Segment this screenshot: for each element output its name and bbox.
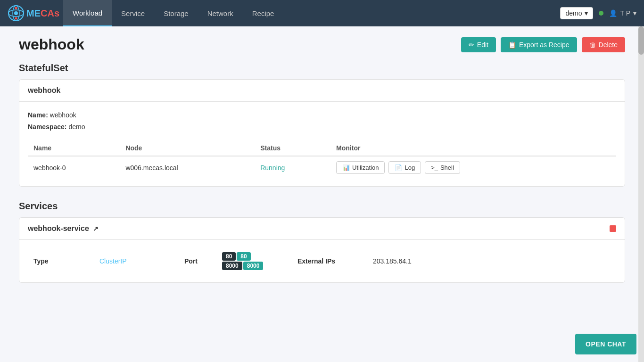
user-icon: 👤 bbox=[609, 9, 617, 17]
page-title-row: webhook ✏ Edit 📋 Export as Recipe 🗑 Dele… bbox=[19, 36, 625, 53]
nav-storage[interactable]: Storage bbox=[154, 0, 198, 26]
status-badge: Running bbox=[260, 164, 285, 172]
brand-logo-area: MECAs bbox=[8, 5, 59, 22]
port-badge-80-left: 80 bbox=[222, 252, 236, 261]
log-icon: 📄 bbox=[395, 164, 402, 171]
nav-workload[interactable]: Workload bbox=[63, 0, 112, 26]
delete-icon: 🗑 bbox=[589, 41, 596, 49]
namespace-value: demo bbox=[565, 9, 582, 17]
service-row: Type ClusterIP Port 80 80 8000 bbox=[28, 247, 616, 275]
title-actions: ✏ Edit 📋 Export as Recipe 🗑 Delete bbox=[461, 37, 625, 52]
services-heading: Services bbox=[19, 201, 625, 212]
scrollbar-track[interactable] bbox=[638, 26, 644, 306]
statefulset-heading: StatefulSet bbox=[19, 63, 625, 74]
pod-name: webhook-0 bbox=[28, 156, 120, 179]
port-badges-container: 80 80 bbox=[222, 252, 286, 261]
statefulset-card-header: webhook bbox=[19, 80, 625, 102]
external-ips-value: 203.185.64.1 bbox=[367, 247, 616, 275]
port-label: Port bbox=[179, 247, 216, 275]
meta-namespace-label: Namespace: bbox=[28, 123, 67, 131]
nav-items: Workload Service Storage Network Recipe bbox=[63, 0, 560, 26]
edit-button[interactable]: ✏ Edit bbox=[461, 37, 496, 52]
table-row: webhook-0 w006.mecas.local Running 📊 Uti… bbox=[28, 156, 616, 179]
services-card-header: webhook-service ↗ bbox=[19, 218, 625, 240]
port-badge-8000-right: 8000 bbox=[243, 262, 264, 270]
page-title: webhook bbox=[19, 36, 84, 53]
namespace-selector[interactable]: demo ▾ bbox=[560, 7, 593, 19]
delete-button[interactable]: 🗑 Delete bbox=[582, 37, 625, 52]
utilization-icon: 📊 bbox=[342, 164, 350, 171]
port-values: 80 80 8000 8000 bbox=[216, 247, 292, 275]
statefulset-card-body: Name: webhook Namespace: demo Name Node … bbox=[19, 102, 625, 186]
type-value: ClusterIP bbox=[94, 247, 179, 275]
statefulset-table: Name Node Status Monitor webhook-0 w006.… bbox=[28, 140, 616, 179]
meta-namespace-row: Namespace: demo bbox=[28, 121, 616, 133]
utilization-button[interactable]: 📊 Utilization bbox=[336, 161, 385, 174]
export-icon: 📋 bbox=[508, 41, 516, 49]
col-status: Status bbox=[255, 140, 330, 156]
col-node: Node bbox=[120, 140, 255, 156]
pod-status: Running bbox=[255, 156, 330, 179]
pod-node: w006.mecas.local bbox=[120, 156, 255, 179]
shell-button[interactable]: >_ Shell bbox=[425, 161, 460, 174]
user-name: T P bbox=[620, 9, 630, 17]
chevron-down-icon: ▾ bbox=[585, 9, 588, 17]
meta-namespace-value: demo bbox=[68, 123, 85, 131]
main-content: webhook ✏ Edit 📋 Export as Recipe 🗑 Dele… bbox=[0, 26, 644, 306]
nav-service[interactable]: Service bbox=[112, 0, 154, 26]
log-button[interactable]: 📄 Log bbox=[388, 161, 421, 174]
statefulset-card-title: webhook bbox=[28, 86, 60, 95]
port-badge-8000-left: 8000 bbox=[222, 262, 242, 270]
services-table: Type ClusterIP Port 80 80 8000 bbox=[28, 247, 616, 275]
port-badge-80-right: 80 bbox=[237, 252, 250, 261]
external-ips-label: External IPs bbox=[292, 247, 367, 275]
table-header-row: Name Node Status Monitor bbox=[28, 140, 616, 156]
type-label: Type bbox=[28, 247, 94, 275]
svg-point-4 bbox=[15, 7, 17, 9]
meta-name-row: Name: webhook bbox=[28, 109, 616, 121]
shell-icon: >_ bbox=[431, 164, 438, 171]
brand-text: MECAs bbox=[26, 8, 59, 19]
services-card: webhook-service ↗ Type ClusterIP Port bbox=[19, 217, 625, 283]
monitor-cell: 📊 Utilization 📄 Log >_ Shell bbox=[330, 156, 616, 179]
export-button[interactable]: 📋 Export as Recipe bbox=[501, 37, 577, 52]
col-monitor: Monitor bbox=[330, 140, 616, 156]
meta-name-label: Name: bbox=[28, 111, 48, 119]
svg-point-3 bbox=[14, 11, 18, 15]
nav-recipe[interactable]: Recipe bbox=[243, 0, 284, 26]
nav-network[interactable]: Network bbox=[198, 0, 243, 26]
meta-name-value: webhook bbox=[50, 111, 76, 119]
statefulset-card: webhook Name: webhook Namespace: demo Na… bbox=[19, 79, 625, 187]
service-status-indicator bbox=[610, 225, 616, 232]
external-link-icon: ↗ bbox=[93, 225, 99, 232]
navbar: MECAs Workload Service Storage Network R… bbox=[0, 0, 644, 26]
service-card-title: webhook-service bbox=[28, 224, 89, 233]
scrollbar-thumb[interactable] bbox=[638, 26, 644, 55]
user-chevron-icon: ▾ bbox=[633, 9, 636, 17]
edit-icon: ✏ bbox=[469, 41, 474, 49]
service-title-link[interactable]: webhook-service ↗ bbox=[28, 224, 99, 233]
services-card-body: Type ClusterIP Port 80 80 8000 bbox=[19, 240, 625, 282]
cluster-status-dot bbox=[599, 11, 603, 16]
monitor-buttons: 📊 Utilization 📄 Log >_ Shell bbox=[336, 161, 611, 174]
svg-point-5 bbox=[15, 17, 17, 20]
port-badges-8000: 8000 8000 bbox=[222, 262, 286, 270]
user-menu[interactable]: 👤 T P ▾ bbox=[609, 9, 636, 17]
col-name: Name bbox=[28, 140, 120, 156]
brand-logo-icon bbox=[8, 5, 25, 22]
statefulset-meta: Name: webhook Namespace: demo bbox=[28, 109, 616, 133]
nav-right: demo ▾ 👤 T P ▾ bbox=[560, 7, 636, 19]
